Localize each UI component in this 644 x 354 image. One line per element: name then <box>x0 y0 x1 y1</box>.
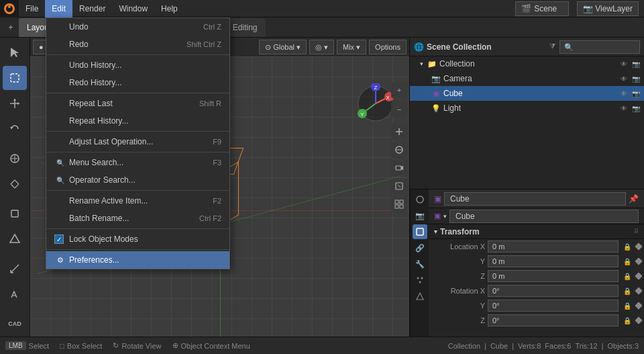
view-layer-selector[interactable]: 📷 ViewLayer <box>577 1 639 16</box>
rotation-x-field[interactable]: 0° <box>488 285 619 297</box>
collection-render-icon[interactable]: 📷 <box>631 58 641 69</box>
zoom-in-btn[interactable]: + <box>391 82 407 98</box>
rotation-x-keyframe[interactable] <box>635 287 642 294</box>
sidebar-icon-transform2[interactable] <box>3 227 27 251</box>
zoom-out-btn[interactable]: − <box>391 101 407 118</box>
location-x-label: Location X <box>431 242 485 251</box>
menu-file[interactable]: File <box>19 0 45 17</box>
pin-icon[interactable]: 📌 <box>629 194 639 204</box>
menu-redo[interactable]: Redo Shift Ctrl Z <box>46 36 229 53</box>
rotation-z-lock[interactable]: 🔒 <box>621 314 633 326</box>
location-x-keyframe[interactable] <box>635 242 642 250</box>
sidebar-icon-annotate[interactable] <box>3 282 27 306</box>
cube-render-icon[interactable]: 📷 <box>631 88 641 99</box>
pan-btn[interactable] <box>391 124 407 140</box>
location-x-field[interactable]: 0 m <box>488 240 619 253</box>
rotation-x-lock[interactable]: 🔒 <box>621 285 633 297</box>
sidebar-icon-move-global[interactable] <box>3 146 27 171</box>
camera-name: Camera <box>443 74 616 83</box>
location-z-field[interactable]: 0 m <box>488 270 619 282</box>
batch-rename-label: Batch Rename... <box>69 214 129 223</box>
light-visibility-icon[interactable]: 👁 <box>619 103 629 114</box>
menu-help[interactable]: Help <box>154 0 184 17</box>
outliner-search[interactable] <box>559 40 640 54</box>
tree-item-cube[interactable]: ▣ Cube 👁 📷 <box>410 86 644 101</box>
menu-render[interactable]: Render <box>72 0 112 17</box>
sidebar-icon-cad[interactable]: CAD <box>3 312 27 336</box>
pivot-selector[interactable]: ◎ ▾ <box>309 40 334 54</box>
menu-batch-rename[interactable]: Batch Rename... Ctrl F2 <box>46 210 229 227</box>
rotation-z-field[interactable]: 0° <box>488 314 619 326</box>
options-button[interactable]: Options <box>369 40 407 54</box>
prop-icon-constraints[interactable]: 🔗 <box>413 240 427 255</box>
tris-status: Tris:12 <box>575 342 597 350</box>
properties-panel: 📷 🔗 🔧 ▣ <box>410 189 644 337</box>
viewport-shading[interactable]: ⊙ Global ▾ <box>259 40 307 54</box>
scene-selector[interactable]: 🎬 Scene <box>515 1 569 16</box>
mix-selector[interactable]: Mix ▾ <box>337 40 366 54</box>
rotation-z-keyframe[interactable] <box>635 316 642 324</box>
menu-redo-history[interactable]: Redo History... <box>46 74 229 91</box>
menu-window[interactable]: Window <box>112 0 154 17</box>
orbit-btn[interactable] <box>391 142 407 158</box>
location-y-lock[interactable]: 🔒 <box>621 255 633 267</box>
cube-visibility-icon[interactable]: 👁 <box>619 88 629 99</box>
svg-marker-8 <box>17 102 19 105</box>
transform-header[interactable]: ▾ Transform ⠿ <box>429 224 644 239</box>
rotate-label: Rotate View <box>121 342 161 350</box>
camera-render-icon[interactable]: 📷 <box>631 73 641 84</box>
location-z-keyframe[interactable] <box>635 272 642 279</box>
rotation-y-lock[interactable]: 🔒 <box>621 300 633 312</box>
menu-adjust-last-op[interactable]: Adjust Last Operation... F9 <box>46 133 229 150</box>
add-workspace-btn[interactable]: + <box>3 19 19 36</box>
data-name-field[interactable]: Cube <box>449 210 639 223</box>
menu-repeat-last[interactable]: Repeat Last Shift R <box>46 95 229 112</box>
menu-preferences[interactable]: ⚙ Preferences... <box>46 251 229 269</box>
sidebar-icon-select[interactable] <box>3 66 27 90</box>
camera-view-btn[interactable] <box>391 160 407 176</box>
sidebar-icon-pan[interactable] <box>3 172 27 196</box>
menu-undo-history[interactable]: Undo History... <box>46 56 229 74</box>
menu-undo[interactable]: Undo Ctrl Z <box>46 18 229 36</box>
rotation-y-field[interactable]: 0° <box>488 300 619 312</box>
menu-repeat-history[interactable]: Repeat History... <box>46 112 229 130</box>
object-name-field[interactable]: Cube <box>444 192 626 206</box>
camera-icon: 📷 <box>431 75 441 83</box>
redo-shortcut: Shift Ctrl Z <box>186 40 221 48</box>
render-view-btn[interactable] <box>391 178 407 194</box>
filter-icon-funnel[interactable]: ⧩ <box>546 40 558 52</box>
svg-marker-14 <box>10 234 19 242</box>
menu-lock-object-modes[interactable]: Lock Object Modes <box>46 230 229 248</box>
tree-item-collection[interactable]: ▾ 📁 Collection 👁 📷 <box>410 56 644 71</box>
prop-icon-modifiers[interactable]: 🔧 <box>413 257 427 271</box>
sidebar-icon-measure[interactable] <box>3 257 27 281</box>
svg-point-42 <box>421 277 423 279</box>
tree-item-light[interactable]: 💡 Light 👁 📷 <box>410 101 644 116</box>
sidebar-icon-rotate[interactable] <box>3 117 27 141</box>
prop-icon-particles[interactable] <box>413 273 427 287</box>
sidebar-icon-primitives[interactable] <box>3 202 27 226</box>
prop-icon-render[interactable]: 📷 <box>413 208 427 223</box>
menu-op-search[interactable]: 🔍 Operator Search... <box>46 171 229 189</box>
menu-rename-active[interactable]: Rename Active Item... F2 <box>46 192 229 210</box>
prop-sidebar-icons: 📷 🔗 🔧 <box>410 189 429 337</box>
quad-view-btn[interactable] <box>391 196 407 212</box>
expand-icon-collection: ▾ <box>420 60 423 67</box>
collection-visibility-icon[interactable]: 👁 <box>619 58 629 69</box>
rotation-y-keyframe[interactable] <box>635 302 642 309</box>
prop-icon-scene[interactable] <box>413 192 427 207</box>
location-y-keyframe[interactable] <box>635 257 642 265</box>
camera-visibility-icon[interactable]: 👁 <box>619 73 629 84</box>
menu-search[interactable]: 🔍 Menu Search... F3 <box>46 154 229 171</box>
sidebar-icon-cursor[interactable] <box>3 40 27 64</box>
location-z-lock[interactable]: 🔒 <box>621 270 633 282</box>
context-menu-label: Object Context Menu <box>181 342 250 350</box>
location-x-lock[interactable]: 🔒 <box>621 240 633 253</box>
location-y-field[interactable]: 0 m <box>488 255 619 267</box>
tree-item-camera[interactable]: 📷 Camera 👁 📷 <box>410 71 644 86</box>
prop-icon-object[interactable] <box>413 224 427 239</box>
menu-edit[interactable]: Edit <box>45 0 72 17</box>
sidebar-icon-transform[interactable] <box>3 91 27 116</box>
light-render-icon[interactable]: 📷 <box>631 103 641 114</box>
prop-icon-physics[interactable] <box>413 289 427 304</box>
